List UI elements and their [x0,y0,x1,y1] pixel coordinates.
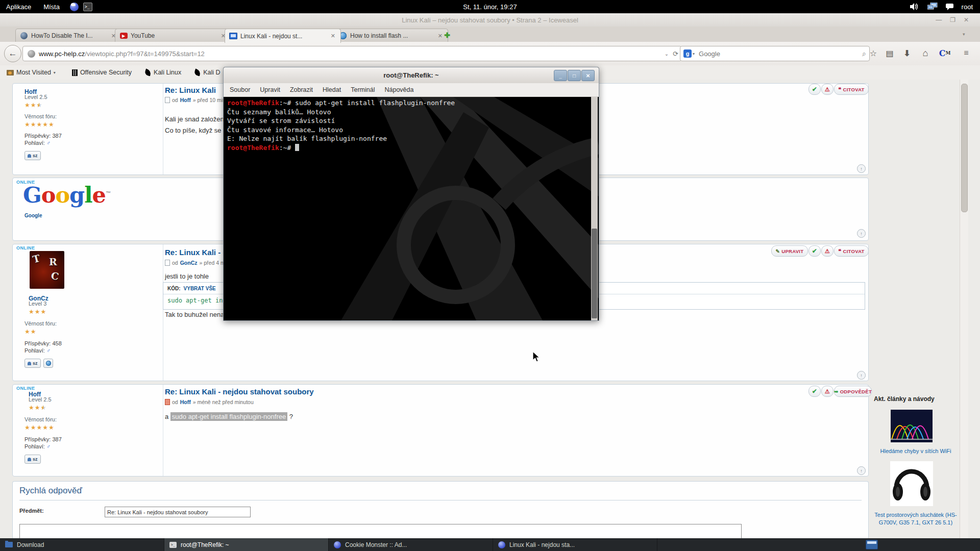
engine-chevron-icon[interactable]: ▾ [693,52,695,56]
chat-icon[interactable] [946,4,953,10]
tab-list-chevron-icon[interactable]: ▾ [963,32,965,37]
task-linux-kali[interactable]: Linux Kali - nejdou sta... [493,538,657,551]
select-all-link[interactable]: VYBRAT VŠE [184,286,216,291]
sidebar-article-link[interactable]: Hledáme chyby v sítích WiFi [874,447,958,455]
bookmark-most-visited[interactable]: Most Visited ▾ [2,65,60,80]
task-download[interactable]: Download [0,538,164,551]
quote-button[interactable]: ❝CITOVAT [834,84,869,95]
report-button[interactable]: ⚠ [821,245,834,257]
terminal-close-icon[interactable]: ✕ [581,70,595,81]
terminal-maximize-icon[interactable]: □ [568,70,581,81]
headphones-article-image[interactable] [890,461,933,506]
new-post-icon[interactable] [165,399,170,405]
private-message-button[interactable]: sz [24,359,41,368]
meta-author-link[interactable]: Hoff [180,399,191,405]
reload-icon[interactable]: ⟳ [673,50,678,58]
search-input[interactable] [698,49,862,58]
report-button[interactable]: ⚠ [821,386,834,397]
terminal-scrollbar[interactable] [591,97,598,320]
scroll-top-button[interactable]: ↑ [857,229,866,238]
tab-close-icon[interactable]: ✕ [330,33,336,39]
terminal-body[interactable]: root@TheRefik:~# sudo apt-get install fl… [224,97,599,320]
top-panel: Aplikace Místa >_ St, 11. únor, 19:27 ro… [0,0,980,13]
bookmark-star-icon[interactable]: ☆ [867,46,880,60]
reply-button[interactable]: ➥ODPOVĚDĚT [834,386,872,397]
bookmark-offensive-security[interactable]: Offensive Security [67,65,136,80]
google-engine-icon[interactable]: g [683,49,692,58]
menu-zobrazit[interactable]: Zobrazit [290,86,313,93]
post-icon[interactable] [165,97,170,103]
website-button[interactable] [43,359,53,368]
url-bar[interactable]: www.pc-help.cz/viewtopic.php?f=97&t=1499… [22,46,682,61]
maximize-icon[interactable]: ❐ [950,16,955,23]
menu-terminal[interactable]: Terminál [351,86,375,93]
bookmark-kali-docs[interactable]: Kali D [190,65,225,80]
minimize-icon[interactable]: — [936,16,942,23]
close-icon[interactable]: ✕ [964,16,969,23]
terminal-scrollbar-thumb[interactable] [592,229,597,318]
approve-button[interactable]: ✔ [808,84,821,95]
wifi-article-image[interactable] [891,410,933,442]
private-message-button[interactable]: sz [24,151,41,160]
tab-how-to-install-flash[interactable]: How to install flash ... ✕ [334,29,448,42]
meta-author-link[interactable]: Hoff [180,97,191,103]
bookmark-kali-linux[interactable]: Kali Linux [140,65,186,80]
sidebar-article-link[interactable]: Test prostorových sluchátek (HS-G700V, G… [874,511,958,527]
edit-button[interactable]: ✎UPRAVIT [771,245,808,257]
menu-hledat[interactable]: Hledat [323,86,341,93]
post-title-link[interactable]: Re: Linux Kali - nejdou stahovat soubory [165,387,314,396]
volume-icon[interactable] [910,3,919,10]
author-level: Level 2.5 [24,94,47,100]
search-magnifier-icon[interactable]: ⌕ [862,49,866,58]
terminal-titlebar[interactable]: root@TheRefik: ~ [224,67,599,84]
menu-hamburger-icon[interactable]: ≡ [960,46,973,60]
terminal-launcher-icon[interactable]: >_ [83,2,92,11]
avatar[interactable]: T R C [30,251,64,289]
tray-indicator-icon[interactable] [866,540,878,549]
menu-napoveda[interactable]: Nápověda [384,86,413,93]
private-message-button[interactable]: sz [24,455,41,464]
terminal-title: root@TheRefik: ~ [383,71,438,79]
task-cookie-monster[interactable]: Cookie Monster :: Ad... [329,538,493,551]
tab-linux-kali[interactable]: Linux Kali - nejdou st... ✕ [225,29,341,43]
back-button[interactable]: ← [4,45,21,62]
menu-places[interactable]: Místa [37,0,66,13]
report-button[interactable]: ⚠ [821,84,834,95]
approve-button[interactable]: ✔ [808,245,821,257]
scrollbar-thumb[interactable] [961,84,968,212]
tab-youtube[interactable]: ▶ YouTube ✕ [115,29,231,42]
gender-row: Pohlaví: ♂ [24,347,51,354]
post-title-link[interactable]: Re: Linux Kali - n [165,248,228,257]
url-dropdown-chevron-icon[interactable]: ⌄ [665,51,669,57]
iceweasel-launcher-icon[interactable] [70,2,79,11]
network-icon[interactable] [927,3,938,11]
bookmarks-sidebar-icon[interactable]: ▤ [883,46,896,60]
new-tab-button[interactable]: ✚ [442,31,452,40]
approve-button[interactable]: ✔ [808,386,821,397]
loyalty-label: Věrnost fóru: [24,113,57,119]
scroll-top-button[interactable]: ↑ [857,466,866,475]
subject-input[interactable] [105,507,251,517]
post-title-link[interactable]: Re: Linux Kali [165,86,216,94]
menu-applications[interactable]: Aplikace [0,0,37,13]
terminal-minimize-icon[interactable]: _ [554,70,567,81]
loyalty-label: Věrnost fóru: [24,320,57,327]
google-ad-link[interactable]: Google [24,213,42,218]
task-terminal[interactable]: >_ root@TheRefik: ~ [164,538,329,551]
post-icon[interactable] [165,260,170,266]
cookie-monster-icon[interactable]: CM [938,46,951,60]
meta-author-link[interactable]: GonCz [180,260,198,266]
menu-upravit[interactable]: Upravit [260,86,280,93]
panel-clock[interactable]: St, 11. únor, 19:27 [463,3,517,11]
page-scrollbar[interactable] [960,80,968,538]
scroll-top-button[interactable]: ↑ [857,371,866,380]
tab-howto-disable[interactable]: HowTo Disable The I... ✕ [15,29,121,42]
scroll-top-button[interactable]: ↑ [857,164,866,173]
google-logo[interactable]: Google™ [23,182,110,208]
menu-soubor[interactable]: Soubor [230,86,250,93]
author-star-rating: ★★★ [29,403,46,412]
quote-button[interactable]: ❝CITOVAT [834,245,869,257]
downloads-icon[interactable]: ⬇ [900,46,914,60]
home-icon[interactable]: ⌂ [919,46,932,60]
search-bar[interactable]: g ▾ ⌕ [680,46,870,61]
